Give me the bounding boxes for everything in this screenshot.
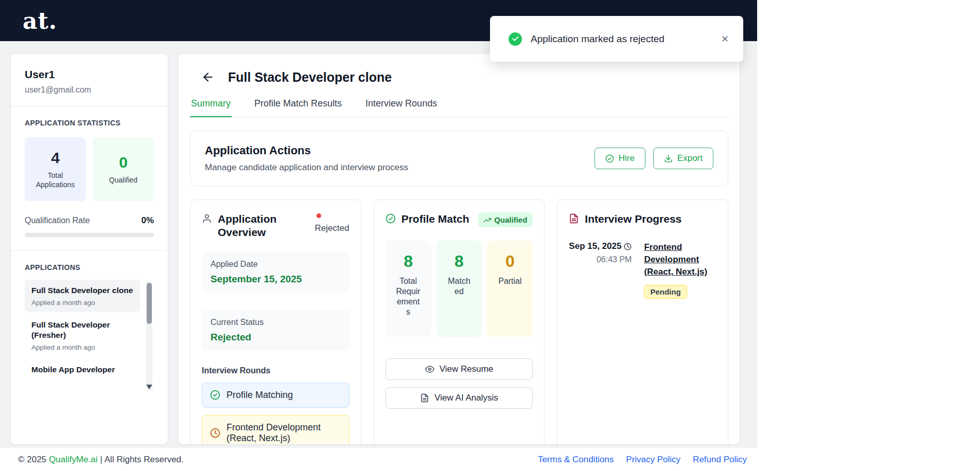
partial-stat: 0 Partial (487, 241, 533, 337)
matched-label: Matched (446, 276, 472, 297)
back-button[interactable] (200, 69, 216, 85)
success-check-circle-icon (509, 32, 522, 46)
profile-match-stats: 8 Total Requirements 8 Matched 0 Partial (386, 241, 533, 337)
qualification-progress-bar (25, 233, 154, 237)
current-status-label: Current Status (211, 318, 341, 327)
check-circle-icon (210, 390, 220, 400)
applied-date-label: Applied Date (211, 260, 341, 269)
applied-date-value: September 15, 2025 (211, 274, 341, 285)
tab-interview-rounds[interactable]: Interview Rounds (364, 98, 438, 117)
sidebar: User1 user1@gmail.com APPLICATION STATIS… (10, 53, 168, 445)
application-actions-card: Application Actions Manage candidate app… (190, 131, 728, 186)
interview-progress-entry: Sep 15, 2025 06:43 PM Frontend Developme… (569, 241, 716, 298)
export-button[interactable]: Export (653, 148, 713, 169)
app-logo[interactable]: at. (23, 8, 57, 34)
toast-close-button[interactable]: ✕ (721, 33, 729, 45)
current-status-value: Rejected (211, 332, 341, 343)
matched-stat: 8 Matched (436, 241, 482, 337)
profile-match-header: Profile Match Qualified (386, 212, 533, 227)
application-item-full-stack-developer-clone[interactable]: Full Stack Developer clone Applied a mon… (25, 280, 140, 312)
application-overview-title: Application Overview (218, 212, 308, 240)
total-applications-label: Total Applications (29, 171, 82, 189)
application-actions-text: Application Actions Manage candidate app… (205, 144, 408, 173)
total-requirements-value: 8 (404, 252, 413, 271)
interview-date: Sep 15, 2025 (569, 241, 621, 251)
pending-badge: Pending (644, 285, 687, 299)
total-requirements-stat: 8 Total Requirements (386, 241, 431, 337)
view-resume-button[interactable]: View Resume (386, 358, 533, 380)
copyright-suffix: | All Rights Reserved. (100, 455, 184, 465)
eye-icon (425, 365, 434, 374)
application-status-text: Rejected (315, 223, 349, 233)
file-text-icon (420, 393, 429, 403)
applied-date-box: Applied Date September 15, 2025 (202, 252, 349, 293)
round-item-frontend-development: Frontend Development (React, Next.js) (202, 415, 349, 445)
interview-progress-header: Interview Progress (569, 212, 716, 226)
application-statistics-section: APPLICATION STATISTICS 4 Total Applicati… (11, 106, 168, 251)
action-buttons: Hire Export (594, 148, 713, 169)
copyright-prefix: © 2025 (18, 455, 46, 465)
application-status: Rejected (315, 212, 349, 233)
application-item-full-stack-developer-fresher[interactable]: Full Stack Developer (Fresher) Applied a… (25, 314, 140, 357)
arrow-left-icon (201, 70, 215, 84)
qualified-label: Qualified (109, 175, 137, 185)
profile-match-card: Profile Match Qualified 8 Total Requirem… (374, 200, 545, 445)
qualified-badge-label: Qualified (494, 215, 527, 224)
application-actions-subtitle: Manage candidate application and intervi… (205, 162, 408, 173)
clock-icon (624, 243, 632, 250)
applications-list: Full Stack Developer clone Applied a mon… (25, 280, 157, 393)
user-name: User1 (25, 68, 154, 81)
view-ai-analysis-label: View AI Analysis (434, 393, 498, 403)
page-footer: © 2025 QualifyMe.ai | All Rights Reserve… (0, 448, 757, 471)
interview-rounds-header: Interview Rounds (202, 366, 349, 375)
application-item-mobile-app-developer[interactable]: Mobile App Developer (25, 359, 140, 381)
qualifyme-link[interactable]: QualifyMe.ai (49, 455, 97, 465)
trending-up-icon (484, 216, 491, 224)
refund-policy-link[interactable]: Refund Policy (693, 455, 747, 465)
page-title: Full Stack Developer clone (228, 70, 392, 85)
qualified-value: 0 (119, 154, 128, 171)
interview-progress-title: Interview Progress (585, 212, 681, 226)
profile-match-title: Profile Match (401, 212, 469, 226)
page-header: Full Stack Developer clone (190, 69, 728, 85)
check-circle-icon (605, 154, 614, 163)
total-applications-value: 4 (51, 149, 60, 167)
interview-time: 06:43 PM (569, 255, 632, 264)
user-email: user1@gmail.com (25, 85, 154, 95)
export-button-label: Export (677, 153, 703, 164)
qualified-badge: Qualified (478, 212, 533, 227)
user-info: User1 user1@gmail.com (11, 54, 168, 106)
copyright: © 2025 QualifyMe.ai | All Rights Reserve… (18, 455, 184, 465)
hire-button-label: Hire (619, 153, 635, 164)
application-overview-card: Application Overview Rejected Applied Da… (190, 200, 361, 445)
applications-section: APPLICATIONS Full Stack Developer clone … (11, 251, 168, 393)
total-requirements-label: Total Requirements (395, 276, 421, 317)
privacy-policy-link[interactable]: Privacy Policy (626, 455, 680, 465)
scrollbar-down-arrow-icon[interactable] (146, 385, 152, 389)
main-panel: Full Stack Developer clone Summary Profi… (178, 53, 740, 445)
toast-notification: Application marked as rejected ✕ (490, 16, 743, 62)
round-item-label: Frontend Development (React, Next.js) (226, 422, 341, 444)
application-overview-header: Application Overview Rejected (202, 212, 349, 240)
frontend-round-link[interactable]: Frontend Development (React, Next.js) (644, 241, 711, 278)
view-resume-label: View Resume (440, 364, 494, 374)
hire-button[interactable]: Hire (594, 148, 645, 169)
terms-and-conditions-link[interactable]: Terms & Conditions (538, 455, 614, 465)
download-icon (664, 154, 673, 163)
tab-profile-match-results[interactable]: Profile Match Results (253, 98, 343, 117)
partial-value: 0 (505, 252, 515, 271)
tab-bar: Summary Profile Match Results Interview … (190, 98, 728, 117)
scrollbar-thumb[interactable] (147, 283, 152, 324)
app-root: at. User1 user1@gmail.com APPLICATION ST… (0, 0, 757, 471)
applications-scrollbar[interactable] (146, 282, 152, 391)
application-actions-title: Application Actions (205, 144, 408, 157)
round-item-label: Profile Matching (226, 390, 293, 401)
tab-summary[interactable]: Summary (190, 98, 232, 117)
interview-datetime: Sep 15, 2025 06:43 PM (569, 241, 632, 298)
application-item-subtitle: Applied a month ago (31, 343, 133, 351)
view-ai-analysis-button[interactable]: View AI Analysis (386, 387, 533, 409)
toast-message: Application marked as rejected (531, 33, 664, 45)
application-item-subtitle: Applied a month ago (31, 299, 133, 306)
footer-links: Terms & Conditions Privacy Policy Refund… (538, 455, 747, 465)
user-icon (202, 213, 212, 224)
